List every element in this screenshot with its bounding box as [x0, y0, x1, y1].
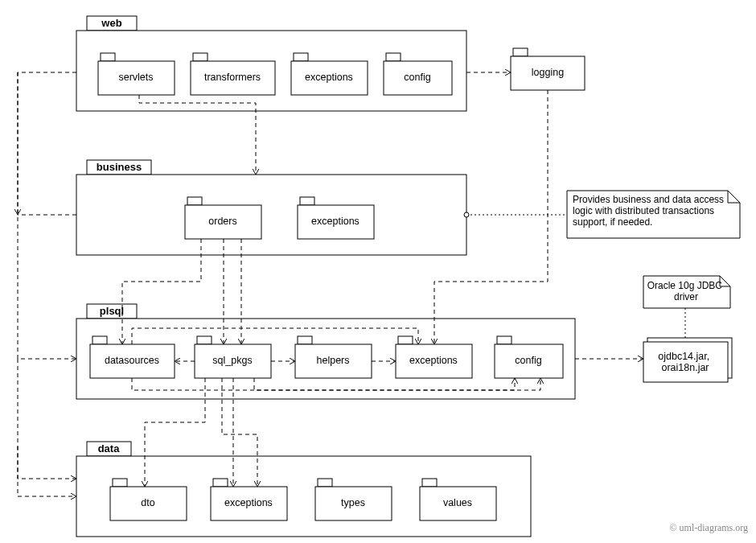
- svg-rect-14: [76, 175, 466, 255]
- dep-web-to-data-bottom: [18, 359, 76, 496]
- label-data: data: [98, 442, 121, 455]
- svg-rect-27: [398, 336, 413, 344]
- label-plsql-ex: exceptions: [409, 355, 458, 366]
- footer-credit: © uml-diagrams.org: [669, 522, 748, 533]
- label-values: values: [443, 497, 472, 508]
- package-logging: logging: [511, 48, 585, 90]
- label-plsql-config: config: [515, 355, 541, 366]
- svg-rect-7: [294, 53, 308, 61]
- note-jdbc: Oracle 10g JDBC driver: [643, 276, 730, 308]
- svg-rect-9: [386, 53, 401, 61]
- svg-rect-17: [300, 197, 314, 205]
- dep-web-to-business-left: [18, 72, 76, 215]
- label-datasources: datasources: [105, 355, 159, 366]
- note-business: Provides business and data access logic …: [567, 191, 740, 238]
- label-business: business: [97, 161, 142, 173]
- svg-rect-3: [101, 53, 115, 61]
- uml-package-diagram: web servlets transformers exceptions con…: [0, 0, 756, 543]
- label-orders: orders: [208, 216, 236, 227]
- svg-rect-21: [92, 336, 107, 344]
- label-transformers: transformers: [204, 72, 261, 83]
- label-plsql: plsql: [100, 305, 124, 317]
- label-data-ex: exceptions: [224, 497, 273, 508]
- svg-rect-5: [193, 53, 207, 61]
- svg-rect-39: [318, 479, 332, 487]
- label-servlets: servlets: [118, 72, 153, 83]
- dep-spine-to-data-mid: [18, 446, 76, 479]
- label-web: web: [101, 17, 121, 29]
- label-web-exceptions: exceptions: [305, 72, 353, 83]
- edges: [18, 72, 685, 496]
- label-logging: logging: [532, 67, 564, 78]
- svg-rect-23: [197, 336, 212, 344]
- svg-rect-15: [187, 197, 202, 205]
- svg-rect-29: [497, 336, 512, 344]
- svg-rect-35: [113, 479, 127, 487]
- svg-rect-25: [298, 336, 312, 344]
- svg-rect-37: [213, 479, 228, 487]
- svg-rect-41: [422, 479, 437, 487]
- component-jdbc-jars: ojdbc14.jar, orai18n.jar: [643, 338, 732, 382]
- label-dto: dto: [141, 497, 154, 508]
- label-jdbc-jars: ojdbc14.jar, orai18n.jar: [658, 351, 712, 373]
- label-biz-exceptions: exceptions: [311, 216, 360, 227]
- svg-rect-11: [513, 48, 528, 56]
- label-helpers: helpers: [317, 355, 350, 366]
- package-plsql: plsql datasources sql_pkgs helpers excep…: [76, 304, 575, 399]
- label-types: types: [341, 497, 365, 508]
- dep-web-to-plsql: [18, 72, 76, 359]
- label-web-config: config: [404, 72, 430, 83]
- package-web: web servlets transformers exceptions con…: [76, 16, 466, 111]
- label-sqlpkgs: sql_pkgs: [212, 355, 252, 366]
- package-business: business orders exceptions: [76, 160, 466, 255]
